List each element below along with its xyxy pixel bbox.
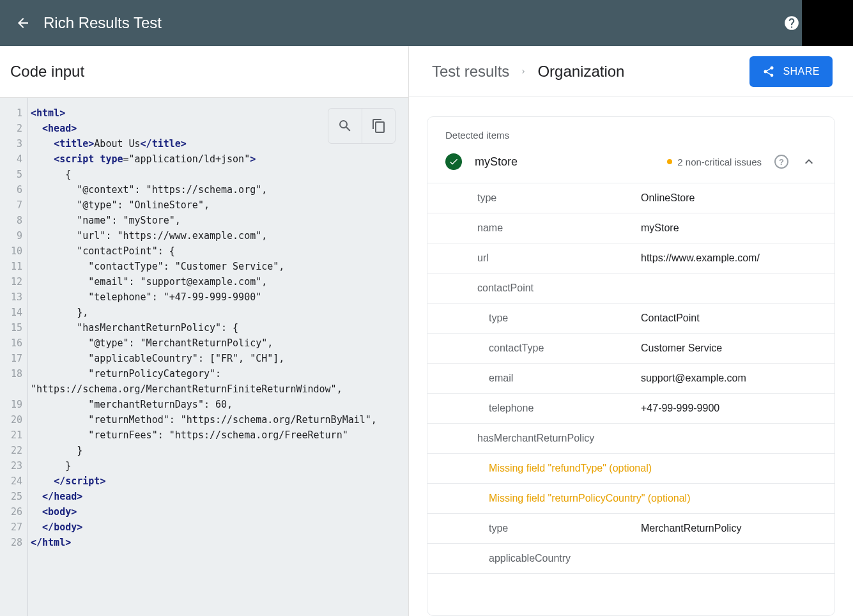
property-value: MerchantReturnPolicy — [641, 523, 741, 534]
property-row[interactable]: contactTypeCustomer Service — [427, 334, 834, 364]
detected-item-name: myStore — [475, 155, 654, 169]
property-key: url — [477, 252, 641, 264]
property-row[interactable]: emailsupport@example.com — [427, 364, 834, 394]
property-section[interactable]: hasMerchantReturnPolicy — [427, 424, 834, 454]
warning-dot-icon — [667, 159, 672, 164]
copy-code-button[interactable] — [362, 109, 395, 143]
account-region[interactable] — [802, 0, 853, 46]
check-icon — [445, 153, 462, 170]
help-button[interactable] — [779, 10, 804, 36]
warning-row[interactable]: Missing field "refundType" (optional) — [427, 454, 834, 484]
search-code-button[interactable] — [328, 109, 362, 143]
property-key: telephone — [489, 403, 641, 414]
detected-items-card: Detected items myStore 2 non-critical is… — [427, 116, 835, 616]
issues-badge: 2 non-critical issues — [667, 157, 762, 167]
property-value: support@example.com — [641, 373, 746, 384]
property-section[interactable]: contactPoint — [427, 273, 834, 304]
issues-help-button[interactable]: ? — [774, 155, 788, 169]
property-value: +47-99-999-9900 — [641, 403, 719, 414]
results-panel: Test results Organization SHARE Detected… — [409, 46, 853, 616]
app-header: Rich Results Test — [0, 0, 853, 46]
detected-items-heading: Detected items — [427, 117, 834, 143]
property-row[interactable]: typeMerchantReturnPolicy — [427, 514, 834, 544]
property-value: https://www.example.com/ — [641, 252, 760, 264]
share-button[interactable]: SHARE — [749, 56, 833, 87]
chevron-up-icon — [801, 154, 817, 169]
property-row[interactable]: namemyStore — [427, 213, 834, 243]
code-content[interactable]: <html> <head> <title>About Us</title> <s… — [28, 98, 380, 616]
property-value: Customer Service — [641, 343, 722, 354]
arrow-left-icon — [15, 15, 31, 31]
help-icon — [783, 15, 800, 31]
property-row[interactable]: urlhttps://www.example.com/ — [427, 243, 834, 273]
breadcrumb: Test results Organization — [432, 63, 749, 81]
line-number-gutter: 1234567891011121314151617181920212223242… — [0, 98, 28, 616]
copy-icon — [371, 118, 387, 134]
issues-text: 2 non-critical issues — [677, 157, 762, 167]
properties-list: typeOnlineStorenamemyStoreurlhttps://www… — [427, 183, 834, 615]
property-row[interactable]: telephone+47-99-999-9900 — [427, 394, 834, 424]
property-key: type — [489, 312, 641, 324]
code-action-bar — [328, 108, 396, 144]
property-row[interactable]: typeContactPoint — [427, 304, 834, 334]
property-key: type — [489, 523, 641, 534]
search-icon — [337, 118, 353, 134]
property-key: type — [477, 192, 641, 204]
results-header: Test results Organization SHARE — [409, 46, 853, 97]
collapse-button[interactable] — [801, 154, 817, 169]
property-value: ContactPoint — [641, 312, 700, 324]
app-title: Rich Results Test — [43, 14, 779, 32]
code-input-header: Code input — [0, 46, 408, 97]
breadcrumb-root[interactable]: Test results — [432, 63, 509, 81]
chevron-right-icon — [519, 68, 527, 75]
property-value: OnlineStore — [641, 192, 695, 204]
property-row[interactable]: typeOnlineStore — [427, 183, 834, 213]
property-section[interactable]: applicableCountry — [427, 544, 834, 574]
property-key: email — [489, 373, 641, 384]
detected-item-row[interactable]: myStore 2 non-critical issues ? — [427, 143, 834, 183]
share-button-label: SHARE — [783, 66, 820, 77]
code-input-panel: Code input 12345678910111213141516171819… — [0, 46, 409, 616]
warning-row[interactable]: Missing field "returnPolicyCountry" (opt… — [427, 484, 834, 514]
property-key: contactType — [489, 343, 641, 354]
property-key: name — [477, 222, 641, 234]
back-button[interactable] — [10, 10, 36, 36]
main-content: Code input 12345678910111213141516171819… — [0, 46, 853, 616]
code-input-title: Code input — [10, 63, 398, 81]
breadcrumb-current: Organization — [537, 63, 624, 81]
share-icon — [762, 65, 775, 78]
code-editor[interactable]: 1234567891011121314151617181920212223242… — [0, 97, 408, 616]
property-value: myStore — [641, 222, 679, 234]
